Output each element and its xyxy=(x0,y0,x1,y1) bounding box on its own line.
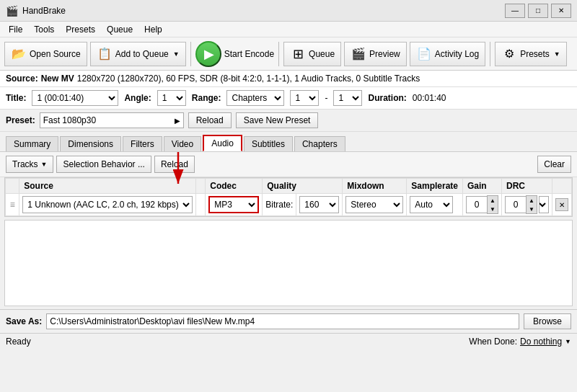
mixdown-cell: Stereo xyxy=(343,194,407,216)
activity-log-button[interactable]: 📄 Activity Log xyxy=(410,42,485,66)
range-type-select[interactable]: Chapters xyxy=(226,90,284,106)
tab-video[interactable]: Video xyxy=(164,136,201,151)
maximize-button[interactable]: □ xyxy=(528,4,548,18)
tab-filters[interactable]: Filters xyxy=(123,136,162,151)
quality-value-cell: 160 xyxy=(296,194,343,216)
th-source: Source xyxy=(19,179,196,194)
play-icon: ▶ xyxy=(204,46,214,62)
open-source-button[interactable]: 📂 Open Source xyxy=(4,42,87,66)
preset-label: Preset: xyxy=(6,115,35,125)
save-new-preset-button[interactable]: Save New Preset xyxy=(236,112,319,128)
drc-cell: ▲ ▼ xyxy=(502,194,552,216)
codec-select[interactable]: MP3 xyxy=(208,196,259,213)
title-bar-controls: — □ ✕ xyxy=(505,4,571,18)
tab-dimensions[interactable]: Dimensions xyxy=(60,136,121,151)
open-source-label: Open Source xyxy=(30,49,81,59)
source-select[interactable]: 1 Unknown (AAC LC, 2.0 ch, 192 kbps) xyxy=(22,196,193,213)
reload-audio-button[interactable]: Reload xyxy=(154,156,195,173)
bitrate-select[interactable]: 160 xyxy=(299,196,339,213)
minimize-button[interactable]: — xyxy=(505,4,525,18)
preset-value: Fast 1080p30 xyxy=(43,115,96,125)
preview-icon: 🎬 xyxy=(351,46,366,62)
samplerate-cell: Auto xyxy=(407,194,463,216)
when-done-label: When Done: xyxy=(469,337,517,347)
th-remove xyxy=(552,179,572,194)
close-button[interactable]: ✕ xyxy=(551,4,571,18)
preview-label: Preview xyxy=(369,49,400,59)
save-path-input[interactable] xyxy=(46,313,519,329)
source-info-row: Source: New MV 1280x720 (1280x720), 60 F… xyxy=(0,71,577,87)
title-field-label: Title: xyxy=(6,93,26,103)
tab-subtitles[interactable]: Subtitles xyxy=(244,136,293,151)
preset-selector[interactable]: Fast 1080p30 ▶ xyxy=(40,112,184,128)
table-row: ≡ 1 Unknown (AAC LC, 2.0 ch, 192 kbps) M… xyxy=(6,194,572,216)
source-label: Source: xyxy=(6,74,38,84)
range-label: Range: xyxy=(192,93,221,103)
menu-tools[interactable]: Tools xyxy=(28,23,60,36)
add-to-queue-button[interactable]: 📋 Add to Queue ▼ xyxy=(90,42,186,66)
open-source-icon: 📂 xyxy=(11,46,27,62)
when-done-area: When Done: Do nothing ▼ xyxy=(469,337,571,347)
presets-dropdown-arrow: ▼ xyxy=(554,50,560,58)
tracks-dropdown-icon: ▼ xyxy=(41,161,48,168)
queue-button[interactable]: ⊞ Queue xyxy=(283,42,341,66)
drc-input[interactable] xyxy=(505,196,527,213)
drc-down-button[interactable]: ▼ xyxy=(527,205,537,213)
menu-help[interactable]: Help xyxy=(138,23,168,36)
audio-toolbar: Tracks ▼ Selection Behavior ... Reload C… xyxy=(0,152,577,177)
when-done-value[interactable]: Do nothing xyxy=(520,337,562,347)
browse-button[interactable]: Browse xyxy=(524,313,571,329)
drc-up-button[interactable]: ▲ xyxy=(527,196,537,205)
selection-behavior-button[interactable]: Selection Behavior ... xyxy=(56,156,151,173)
queue-label: Queue xyxy=(309,49,335,59)
drc-extra-select[interactable] xyxy=(539,196,549,213)
source-cell: 1 Unknown (AAC LC, 2.0 ch, 192 kbps) xyxy=(19,194,196,216)
title-bar-left: 🎬 HandBrake xyxy=(6,5,66,17)
title-select[interactable]: 1 (00:01:40) xyxy=(32,90,118,106)
remove-track-button[interactable]: ✕ xyxy=(555,198,568,211)
tab-audio[interactable]: Audio xyxy=(203,135,242,151)
quality-type-label: Bitrate: xyxy=(265,200,293,210)
table-header-row: Source Codec Quality Mixdown Samplerate … xyxy=(6,179,572,194)
menu-file[interactable]: File xyxy=(3,23,28,36)
th-mixdown: Mixdown xyxy=(343,179,407,194)
gain-down-button[interactable]: ▼ xyxy=(488,205,498,213)
clear-button[interactable]: Clear xyxy=(537,156,571,173)
preview-button[interactable]: 🎬 Preview xyxy=(344,42,407,66)
arrow-cell xyxy=(196,194,206,216)
angle-label: Angle: xyxy=(124,93,151,103)
queue-icon: ⊞ xyxy=(290,46,306,62)
range-start-select[interactable]: 1 xyxy=(290,90,319,106)
separator-1 xyxy=(190,42,191,66)
presets-button[interactable]: ⚙ Presets ▼ xyxy=(495,42,567,66)
app-icon: 🎬 xyxy=(6,5,18,17)
samplerate-select[interactable]: Auto xyxy=(410,196,453,213)
reload-button[interactable]: Reload xyxy=(188,112,232,128)
tracks-button[interactable]: Tracks ▼ xyxy=(6,156,53,173)
source-details: 1280x720 (1280x720), 60 FPS, SDR (8-bit … xyxy=(77,74,420,84)
start-encode-button[interactable]: ▶ xyxy=(195,41,221,67)
gain-input[interactable] xyxy=(466,196,488,213)
status-bar: Ready When Done: Do nothing ▼ xyxy=(0,333,577,349)
range-end-select[interactable]: 1 xyxy=(333,90,362,106)
gain-up-button[interactable]: ▲ xyxy=(488,196,498,205)
activity-log-icon: 📄 xyxy=(416,46,432,62)
when-done-dropdown-icon[interactable]: ▼ xyxy=(565,338,571,345)
menu-queue[interactable]: Queue xyxy=(101,23,138,36)
codec-cell: MP3 xyxy=(206,194,263,216)
separator-2 xyxy=(278,42,279,66)
menu-presets[interactable]: Presets xyxy=(60,23,101,36)
empty-content-area xyxy=(4,220,573,306)
mixdown-select[interactable]: Stereo xyxy=(345,196,403,213)
angle-select[interactable]: 1 xyxy=(157,90,186,106)
presets-icon: ⚙ xyxy=(501,46,517,62)
tab-chapters[interactable]: Chapters xyxy=(294,136,345,151)
tabs-row: Summary Dimensions Filters Video Audio S… xyxy=(0,132,577,152)
preset-chevron-icon: ▶ xyxy=(175,117,180,125)
audio-table: Source Codec Quality Mixdown Samplerate … xyxy=(5,178,572,216)
ready-status: Ready xyxy=(6,337,31,347)
remove-cell: ✕ xyxy=(552,194,572,216)
menu-bar: File Tools Presets Queue Help xyxy=(0,22,577,37)
tracks-label: Tracks xyxy=(12,159,38,169)
tab-summary[interactable]: Summary xyxy=(6,136,58,151)
